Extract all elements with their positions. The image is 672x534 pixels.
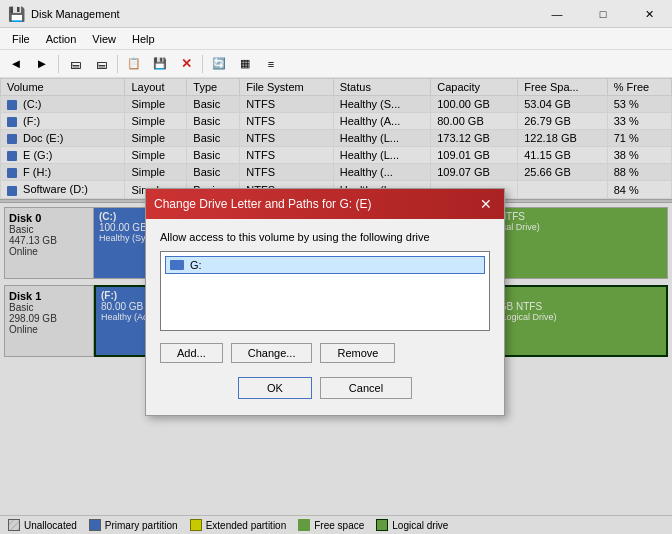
dialog-body: Allow access to this volume by using the… (146, 219, 504, 415)
toolbar-btn-2[interactable]: 🖴 (89, 53, 113, 75)
app-title: Disk Management (31, 8, 120, 20)
menu-action[interactable]: Action (38, 28, 85, 49)
dialog-ok-cancel: OK Cancel (160, 371, 490, 407)
main-content: Volume Layout Type File System Status Ca… (0, 78, 672, 534)
change-drive-dialog: Change Drive Letter and Paths for G: (E)… (145, 188, 505, 416)
menubar: File Action View Help (0, 28, 672, 50)
minimize-button[interactable]: — (534, 0, 580, 28)
maximize-button[interactable]: □ (580, 0, 626, 28)
dialog-description: Allow access to this volume by using the… (160, 231, 490, 243)
toolbar: ◄ ► 🖴 🖴 📋 💾 ✕ 🔄 ▦ ≡ (0, 50, 672, 78)
toolbar-separator-2 (117, 55, 118, 73)
menu-help[interactable]: Help (124, 28, 163, 49)
forward-button[interactable]: ► (30, 53, 54, 75)
dialog-close-button[interactable]: ✕ (476, 194, 496, 214)
dialog-listbox[interactable]: G: (160, 251, 490, 331)
ok-button[interactable]: OK (238, 377, 312, 399)
menu-view[interactable]: View (84, 28, 124, 49)
toolbar-btn-4[interactable]: 💾 (148, 53, 172, 75)
dialog-title: Change Drive Letter and Paths for G: (E) (154, 197, 371, 211)
close-button[interactable]: ✕ (626, 0, 672, 28)
app-icon: 💾 (8, 6, 25, 22)
drive-icon (170, 260, 184, 270)
drive-letter-label: G: (190, 259, 202, 271)
dialog-titlebar: Change Drive Letter and Paths for G: (E)… (146, 189, 504, 219)
titlebar: 💾 Disk Management — □ ✕ (0, 0, 672, 28)
toolbar-btn-delete[interactable]: ✕ (174, 53, 198, 75)
add-button[interactable]: Add... (160, 343, 223, 363)
menu-file[interactable]: File (4, 28, 38, 49)
toolbar-separator-3 (202, 55, 203, 73)
cancel-button[interactable]: Cancel (320, 377, 412, 399)
remove-button[interactable]: Remove (320, 343, 395, 363)
back-button[interactable]: ◄ (4, 53, 28, 75)
toolbar-btn-3[interactable]: 📋 (122, 53, 146, 75)
change-button[interactable]: Change... (231, 343, 313, 363)
modal-overlay: Change Drive Letter and Paths for G: (E)… (0, 78, 672, 534)
window-controls: — □ ✕ (534, 0, 672, 28)
toolbar-separator (58, 55, 59, 73)
dialog-action-buttons: Add... Change... Remove (160, 343, 490, 363)
listbox-item-g[interactable]: G: (165, 256, 485, 274)
toolbar-btn-1[interactable]: 🖴 (63, 53, 87, 75)
toolbar-btn-5[interactable]: 🔄 (207, 53, 231, 75)
toolbar-btn-7[interactable]: ≡ (259, 53, 283, 75)
toolbar-btn-6[interactable]: ▦ (233, 53, 257, 75)
